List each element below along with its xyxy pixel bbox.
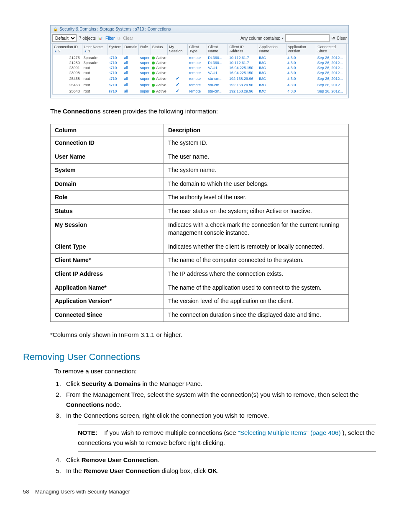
desc-row: DomainThe domain to which the user belon… [51,177,349,191]
table-row[interactable]: 212753paradms710allsuperActiveremoteDL36… [53,55,347,61]
col-client-ip[interactable]: Client IP Address [228,44,258,55]
desc-row: StatusThe user status on the system; eit… [51,204,349,218]
category-select[interactable]: Default [52,34,77,42]
desc-row: Client IP AddressThe IP address where th… [51,267,349,281]
clear-icon: ◑ [117,36,120,40]
note-box: NOTE: If you wish to remove multiple con… [78,424,376,452]
desc-row: Client Name*The name of the computer con… [51,254,349,267]
col-domain[interactable]: Domain [123,44,139,55]
desc-row: Connection IDThe system ID. [51,136,349,150]
table-row[interactable]: 25643roots710allsuperActive✓remotestu-cm… [53,88,347,95]
description-table: Column Description Connection IDThe syst… [50,124,349,322]
col-system[interactable]: System [107,44,123,55]
page-footer: 58 Managing Users with Security Manager [23,488,376,495]
export-icon[interactable]: 🗂 [331,36,335,40]
window-titlebar: 🔒 Security & Domains : Storage Systems :… [51,26,348,33]
sort-asc-icon: ▲ [54,49,57,53]
col-status[interactable]: Status [151,44,168,55]
desc-row: Application Version*The version level of… [51,295,349,308]
chevron-down-icon[interactable]: ▾ [282,36,284,40]
step-4: Click Remove User Connection. [63,455,376,465]
col-my-session[interactable]: My Session [168,44,188,55]
desc-head-column: Column [51,124,164,136]
table-row[interactable]: 23991roots710allsuperActiveremoteVAU116.… [53,65,347,70]
intro-text: The Connections screen provides the foll… [50,107,349,116]
section-heading: Removing User Connections [23,352,376,362]
desc-row: User NameThe user name. [51,150,349,164]
intro-remove: To remove a user connection: [54,367,376,376]
selecting-multiple-link[interactable]: "Selecting Multiple Items" (page 406) [238,429,341,436]
desc-row: SystemThe system name. [51,164,349,177]
clear-right-button[interactable]: Clear [337,36,347,41]
toolbar: Default 7 objects 📊 Filter ◑ Clear Any c… [51,33,348,44]
sort-asc-icon: ▲ [84,49,87,53]
table-row[interactable]: 212803paradms710allsuperActiveremoteDL36… [53,60,347,65]
desc-head-description: Description [164,124,349,136]
object-count: 7 objects [79,36,96,41]
col-app-version[interactable]: Application Version [286,44,316,55]
filter-icon: 📊 [98,36,103,40]
step-2: From the Management Tree, select the sys… [63,390,376,410]
filter-button[interactable]: Filter [105,36,115,41]
table-row[interactable]: 25463roots710allsuperActive✓remotestu-cm… [53,82,347,88]
col-role[interactable]: Role [139,44,151,55]
search-input[interactable] [285,34,330,42]
footnote: *Columns only shown in InForm 3.1.1 or h… [50,330,349,339]
desc-row: RoleThe authority level of the user. [51,191,349,205]
col-user-name[interactable]: User Name ▲ 1 [82,44,107,55]
table-row[interactable]: 23998roots710allsuperActiveremoteVAU116.… [53,70,347,75]
footer-title: Managing Users with Security Manager [35,488,130,495]
desc-row: Application Name*The name of the applica… [51,281,349,295]
lock-icon: 🔒 [53,27,58,31]
connections-screenshot: 🔒 Security & Domains : Storage Systems :… [50,25,349,98]
breadcrumb: Security & Domains : Storage Systems : s… [59,27,171,31]
steps-list: Click Security & Domains in the Manager … [54,379,376,476]
col-connection-id[interactable]: Connection ID ▲ 2 [53,44,82,55]
desc-row: My SessionIndicates with a check mark th… [51,218,349,240]
page-number: 58 [23,488,29,495]
clear-button[interactable]: Clear [123,36,133,41]
any-column-label: Any column contains: [240,36,280,41]
col-client-type[interactable]: Client Type [188,44,207,55]
col-connected-since[interactable]: Connected Since [316,44,347,55]
step-1: Click Security & Domains in the Manager … [63,379,376,389]
table-row[interactable]: 25458roots710allsuperActive✓remotestu-cm… [53,75,347,82]
desc-row: Client TypeIndicates whether the client … [51,240,349,254]
step-5: In the Remove User Connection dialog box… [63,466,376,476]
col-app-name[interactable]: Application Name [258,44,286,55]
col-client-name[interactable]: Client Name [207,44,228,55]
connections-table[interactable]: Connection ID ▲ 2 User Name ▲ 1 System D… [52,44,347,95]
desc-row: Connected SinceThe connection duration s… [51,308,349,322]
step-3: In the Connections screen, right-click t… [63,411,376,452]
